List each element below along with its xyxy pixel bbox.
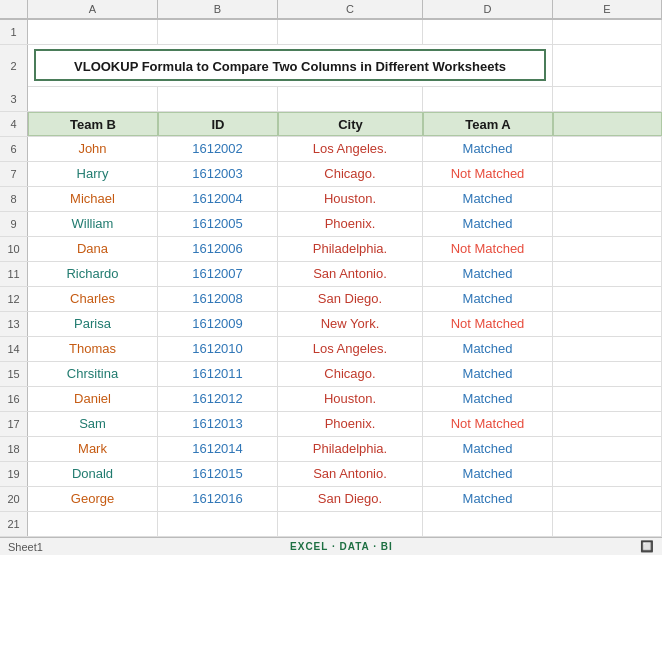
scroll-icon[interactable]: 🔲 bbox=[640, 540, 654, 553]
cell-d-9[interactable]: Phoenix. bbox=[278, 212, 423, 236]
cell-1f[interactable] bbox=[553, 20, 662, 44]
cell-c-6[interactable]: 1612002 bbox=[158, 137, 278, 161]
header-city[interactable]: City bbox=[278, 112, 423, 136]
status-badge[interactable]: Matched bbox=[423, 362, 553, 386]
cell-d-13[interactable]: New York. bbox=[278, 312, 423, 336]
cell-b-11[interactable]: Richardo bbox=[28, 262, 158, 286]
cell-d-11[interactable]: San Antonio. bbox=[278, 262, 423, 286]
status-badge[interactable]: Not Matched bbox=[423, 237, 553, 261]
cell-f-14[interactable] bbox=[553, 337, 662, 361]
cell-1e[interactable] bbox=[423, 20, 553, 44]
cell-f-11[interactable] bbox=[553, 262, 662, 286]
cell-c-14[interactable]: 1612010 bbox=[158, 337, 278, 361]
title-merged-cell[interactable]: VLOOKUP Formula to Compare Two Columns i… bbox=[28, 45, 553, 87]
sheet-tab[interactable]: Sheet1 bbox=[8, 541, 43, 553]
cell-1c[interactable] bbox=[158, 20, 278, 44]
cell-3e[interactable] bbox=[423, 87, 553, 111]
cell-f-19[interactable] bbox=[553, 462, 662, 486]
cell-c-18[interactable]: 1612014 bbox=[158, 437, 278, 461]
cell-b-14[interactable]: Thomas bbox=[28, 337, 158, 361]
cell-c-17[interactable]: 1612013 bbox=[158, 412, 278, 436]
cell-b-12[interactable]: Charles bbox=[28, 287, 158, 311]
status-badge[interactable]: Matched bbox=[423, 462, 553, 486]
cell-d-19[interactable]: San Antonio. bbox=[278, 462, 423, 486]
cell-f-7[interactable] bbox=[553, 162, 662, 186]
cell-c-12[interactable]: 1612008 bbox=[158, 287, 278, 311]
cell-c-16[interactable]: 1612012 bbox=[158, 387, 278, 411]
cell-3d[interactable] bbox=[278, 87, 423, 111]
cell-f-21[interactable] bbox=[553, 512, 662, 536]
cell-c-7[interactable]: 1612003 bbox=[158, 162, 278, 186]
cell-f-13[interactable] bbox=[553, 312, 662, 336]
header-team-a[interactable]: Team A bbox=[423, 112, 553, 136]
cell-d-15[interactable]: Chicago. bbox=[278, 362, 423, 386]
header-id[interactable]: ID bbox=[158, 112, 278, 136]
status-badge[interactable]: Not Matched bbox=[423, 162, 553, 186]
header-team-b[interactable]: Team B bbox=[28, 112, 158, 136]
cell-c-20[interactable]: 1612016 bbox=[158, 487, 278, 511]
cell-d-21[interactable] bbox=[278, 512, 423, 536]
col-header-d[interactable]: C bbox=[278, 0, 423, 19]
status-badge[interactable]: Matched bbox=[423, 212, 553, 236]
cell-c-15[interactable]: 1612011 bbox=[158, 362, 278, 386]
cell-b-8[interactable]: Michael bbox=[28, 187, 158, 211]
cell-1b[interactable] bbox=[28, 20, 158, 44]
cell-c-13[interactable]: 1612009 bbox=[158, 312, 278, 336]
cell-3b[interactable] bbox=[28, 87, 158, 111]
status-badge[interactable]: Matched bbox=[423, 137, 553, 161]
cell-f-8[interactable] bbox=[553, 187, 662, 211]
cell-f-18[interactable] bbox=[553, 437, 662, 461]
cell-d-14[interactable]: Los Angeles. bbox=[278, 337, 423, 361]
cell-f-20[interactable] bbox=[553, 487, 662, 511]
status-badge[interactable]: Matched bbox=[423, 187, 553, 211]
status-badge[interactable]: Not Matched bbox=[423, 412, 553, 436]
status-badge[interactable] bbox=[423, 512, 553, 536]
cell-1d[interactable] bbox=[278, 20, 423, 44]
cell-f-15[interactable] bbox=[553, 362, 662, 386]
cell-b-16[interactable]: Daniel bbox=[28, 387, 158, 411]
cell-b-19[interactable]: Donald bbox=[28, 462, 158, 486]
cell-d-8[interactable]: Houston. bbox=[278, 187, 423, 211]
cell-b-18[interactable]: Mark bbox=[28, 437, 158, 461]
cell-d-6[interactable]: Los Angeles. bbox=[278, 137, 423, 161]
cell-b-10[interactable]: Dana bbox=[28, 237, 158, 261]
cell-b-6[interactable]: John bbox=[28, 137, 158, 161]
cell-2f[interactable] bbox=[553, 45, 662, 87]
cell-b-17[interactable]: Sam bbox=[28, 412, 158, 436]
cell-3f[interactable] bbox=[553, 87, 662, 111]
cell-f-9[interactable] bbox=[553, 212, 662, 236]
status-badge[interactable]: Not Matched bbox=[423, 312, 553, 336]
cell-f-16[interactable] bbox=[553, 387, 662, 411]
col-header-c[interactable]: B bbox=[158, 0, 278, 19]
col-header-e[interactable]: D bbox=[423, 0, 553, 19]
cell-d-10[interactable]: Philadelphia. bbox=[278, 237, 423, 261]
status-badge[interactable]: Matched bbox=[423, 262, 553, 286]
cell-c-9[interactable]: 1612005 bbox=[158, 212, 278, 236]
cell-c-8[interactable]: 1612004 bbox=[158, 187, 278, 211]
cell-3c[interactable] bbox=[158, 87, 278, 111]
cell-b-15[interactable]: Chrsitina bbox=[28, 362, 158, 386]
cell-c-11[interactable]: 1612007 bbox=[158, 262, 278, 286]
cell-c-21[interactable] bbox=[158, 512, 278, 536]
cell-c-10[interactable]: 1612006 bbox=[158, 237, 278, 261]
cell-b-21[interactable] bbox=[28, 512, 158, 536]
cell-b-13[interactable]: Parisa bbox=[28, 312, 158, 336]
cell-d-7[interactable]: Chicago. bbox=[278, 162, 423, 186]
cell-d-17[interactable]: Phoenix. bbox=[278, 412, 423, 436]
status-badge[interactable]: Matched bbox=[423, 337, 553, 361]
cell-b-7[interactable]: Harry bbox=[28, 162, 158, 186]
cell-d-18[interactable]: Philadelphia. bbox=[278, 437, 423, 461]
cell-f-10[interactable] bbox=[553, 237, 662, 261]
cell-d-12[interactable]: San Diego. bbox=[278, 287, 423, 311]
cell-d-16[interactable]: Houston. bbox=[278, 387, 423, 411]
cell-c-19[interactable]: 1612015 bbox=[158, 462, 278, 486]
status-badge[interactable]: Matched bbox=[423, 487, 553, 511]
status-badge[interactable]: Matched bbox=[423, 287, 553, 311]
status-badge[interactable]: Matched bbox=[423, 437, 553, 461]
cell-f-6[interactable] bbox=[553, 137, 662, 161]
cell-f-17[interactable] bbox=[553, 412, 662, 436]
cell-f-12[interactable] bbox=[553, 287, 662, 311]
col-header-b[interactable]: A bbox=[28, 0, 158, 19]
cell-b-9[interactable]: William bbox=[28, 212, 158, 236]
col-header-f[interactable]: E bbox=[553, 0, 662, 19]
